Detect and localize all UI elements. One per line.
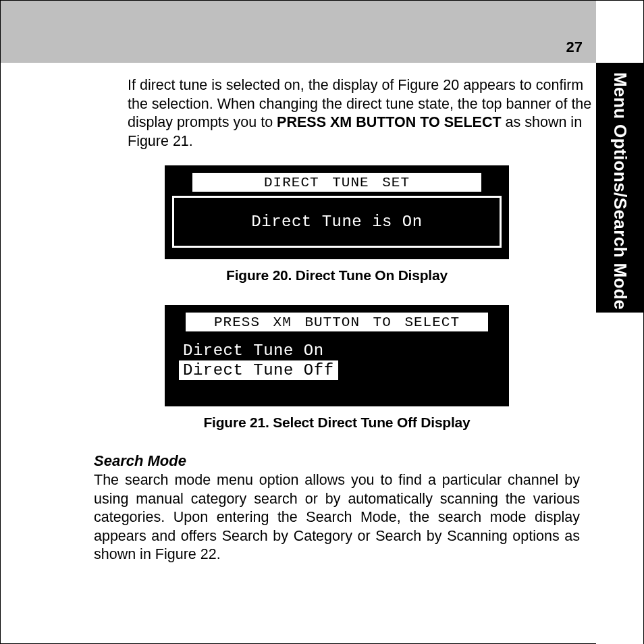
search-mode-body: The search mode menu option allows you t… <box>94 471 580 564</box>
page-body: If direct tune is selected on, the displ… <box>94 76 580 564</box>
figure-20-banner: DIRECT TUNE SET <box>192 173 481 192</box>
figure-20-display: DIRECT TUNE SET Direct Tune is On <box>165 165 509 259</box>
option-direct-tune-on: Direct Tune On <box>179 341 495 360</box>
page-number: 27 <box>566 38 583 56</box>
top-gray-bar: 27 <box>1 1 597 63</box>
figure-21-display: PRESS XM BUTTON TO SELECT Direct Tune On… <box>165 305 509 406</box>
side-tab: Menu Options/Search Mode <box>596 1 643 644</box>
section-heading-search-mode: Search Mode <box>94 452 580 470</box>
figure-20-caption: Figure 20. Direct Tune On Display <box>94 267 580 284</box>
figure-20-body: Direct Tune is On <box>172 196 502 248</box>
figure-21-caption: Figure 21. Select Direct Tune Off Displa… <box>94 414 580 431</box>
option-direct-tune-off: Direct Tune Off <box>179 360 338 380</box>
figure-21-options: Direct Tune On Direct Tune Off <box>172 341 502 395</box>
intro-paragraph: If direct tune is selected on, the displ… <box>128 76 600 151</box>
figure-21-banner: PRESS XM BUTTON TO SELECT <box>186 313 488 331</box>
manual-page: 27 Menu Options/Search Mode If direct tu… <box>0 0 644 644</box>
intro-bold: PRESS XM BUTTON TO SELECT <box>277 114 502 130</box>
side-tab-label: Menu Options/Search Mode <box>596 63 643 313</box>
